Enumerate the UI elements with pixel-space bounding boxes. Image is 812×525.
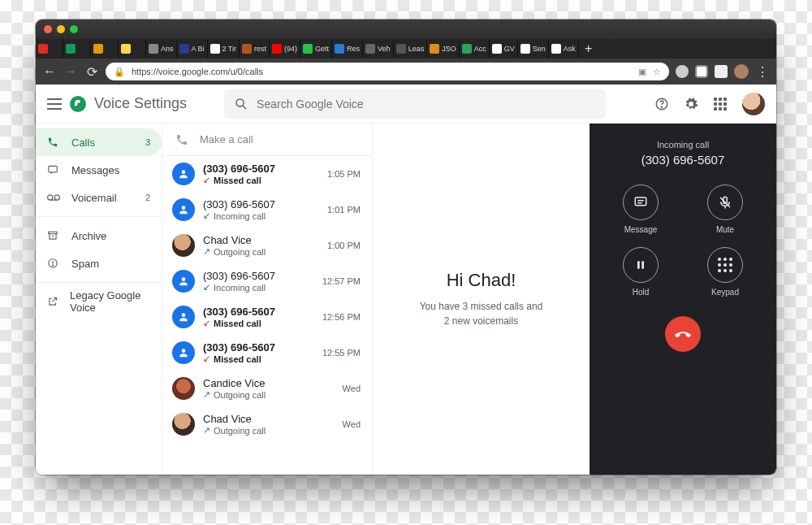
menu-icon[interactable] (47, 98, 62, 110)
hold-icon (623, 247, 659, 283)
browser-tab[interactable] (63, 39, 91, 59)
browser-tab[interactable]: (94) (270, 39, 300, 59)
call-row[interactable]: (303) 696-5607↙Missed call1:05 PM (162, 156, 372, 192)
call-main: Chad Vice↗Outgoing call (203, 413, 335, 436)
favicon-icon (272, 44, 282, 54)
browser-tab[interactable]: GV (490, 39, 518, 59)
browser-tab[interactable]: Acc (460, 39, 490, 59)
message-icon (623, 184, 659, 220)
sidebar-item-archive[interactable]: Archive (36, 222, 162, 249)
browser-tab[interactable]: Veh (363, 39, 394, 59)
browser-tab[interactable] (119, 39, 146, 59)
ext-icon-1[interactable] (676, 65, 689, 78)
call-main: Chad Vice↗Outgoing call (203, 234, 319, 257)
call-subtitle: ↗Outgoing call (203, 389, 335, 400)
call-row[interactable]: Chad Vice↗Outgoing callWed (162, 406, 372, 442)
browser-tab[interactable]: Ask (549, 39, 579, 59)
calls-column: Make a call (303) 696-5607↙Missed call1:… (162, 124, 373, 475)
app-header: Voice Settings (36, 85, 776, 124)
lock-icon: 🔒 (114, 67, 125, 77)
call-subtitle: ↙Incoming call (203, 282, 314, 293)
call-direction-icon: ↗ (203, 389, 210, 400)
sidebar-item-calls[interactable]: Calls3 (36, 128, 162, 156)
window-control[interactable] (57, 25, 65, 33)
reload-icon[interactable]: ⟳ (84, 64, 99, 80)
call-main: (303) 696-5607↙Missed call (203, 306, 314, 328)
sidebar-item-messages[interactable]: Messages (36, 156, 162, 184)
sidebar-item-label: Spam (71, 258, 99, 270)
favicon-icon (520, 44, 530, 54)
call-direction-icon: ↙ (203, 210, 210, 221)
star-icon[interactable]: ☆ (653, 67, 661, 77)
call-direction-icon: ↗ (203, 425, 210, 436)
call-row[interactable]: (303) 696-5607↙Incoming call1:01 PM (162, 192, 372, 228)
new-tab-button[interactable]: + (579, 39, 598, 59)
sidebar-item-count: 3 (145, 137, 150, 147)
favicon-icon (492, 44, 502, 54)
call-main: (303) 696-5607↙Missed call (203, 341, 314, 364)
dialer-keypad-button[interactable]: Keypad (693, 247, 758, 297)
window-control[interactable] (70, 25, 78, 33)
browser-tab[interactable]: Ans (146, 39, 177, 59)
browser-tab[interactable]: JSO (427, 39, 460, 59)
sidebar-item-label: Voicemail (71, 192, 117, 204)
tab-label: GV (504, 45, 515, 53)
browser-tab[interactable]: A Bi (177, 39, 208, 59)
sidebar-item-legacy-google-voice[interactable]: Legacy Google Voice (36, 288, 162, 315)
search-box[interactable] (224, 89, 606, 119)
browser-tab[interactable]: Res (332, 39, 363, 59)
sidebar-item-voicemail[interactable]: Voicemail2 (36, 184, 162, 211)
archive-icon (47, 230, 60, 241)
browser-tab[interactable] (91, 39, 119, 59)
favicon-icon (121, 44, 131, 54)
incoming-call-panel: Incoming call (303) 696-5607 MessageMute… (590, 124, 776, 475)
call-title: (303) 696-5607 (203, 306, 314, 318)
gear-icon[interactable] (684, 97, 698, 111)
back-icon[interactable]: ← (42, 64, 57, 79)
call-title: (303) 696-5607 (203, 270, 314, 282)
call-subtitle: ↗Outgoing call (203, 425, 335, 436)
apps-icon[interactable] (713, 97, 728, 111)
help-icon[interactable] (654, 97, 669, 111)
call-avatar (172, 163, 195, 185)
call-time: 1:05 PM (327, 169, 361, 179)
call-row[interactable]: (303) 696-5607↙Missed call12:56 PM (162, 299, 372, 335)
sidebar-item-spam[interactable]: Spam (36, 249, 162, 277)
call-time: 1:00 PM (327, 241, 361, 250)
call-time: 12:57 PM (322, 276, 361, 286)
call-main: Candice Vice↗Outgoing call (203, 377, 335, 400)
call-title: (303) 696-5607 (203, 163, 319, 175)
call-avatar (172, 270, 195, 293)
browser-tab[interactable]: Sen (518, 39, 549, 59)
browser-tab[interactable]: 2 Tir (208, 39, 240, 59)
browser-menu-icon[interactable]: ⋮ (755, 64, 770, 80)
call-row[interactable]: (303) 696-5607↙Incoming call12:57 PM (162, 263, 372, 299)
browser-tab[interactable]: Leas (394, 39, 428, 59)
spam-icon (47, 258, 60, 269)
dialer-mute-button[interactable]: Mute (693, 184, 758, 234)
account-avatar[interactable] (742, 93, 765, 115)
ext-icon-2[interactable] (695, 65, 708, 78)
svg-point-3 (661, 106, 662, 107)
make-call-row[interactable]: Make a call (162, 124, 372, 156)
camera-icon[interactable]: ▣ (638, 67, 646, 77)
omnibox[interactable]: 🔒 https://voice.google.com/u/0/calls ▣ ☆ (106, 63, 669, 80)
browser-tab[interactable]: Gett (300, 39, 332, 59)
window-control[interactable] (44, 25, 52, 33)
greeting-panel: Hi Chad! You have 3 missed calls and 2 n… (373, 124, 590, 475)
favicon-icon (93, 44, 103, 54)
call-subtitle: ↗Outgoing call (203, 246, 319, 257)
dialer-message-button[interactable]: Message (608, 184, 673, 234)
call-row[interactable]: (303) 696-5607↙Missed call12:55 PM (162, 335, 372, 371)
call-row[interactable]: Candice Vice↗Outgoing callWed (162, 371, 372, 406)
ext-icon-3[interactable] (715, 65, 728, 78)
sidebar-item-label: Archive (71, 230, 106, 242)
svg-point-0 (236, 99, 244, 106)
browser-avatar[interactable] (734, 64, 749, 79)
browser-tab[interactable]: rest (240, 39, 270, 59)
call-row[interactable]: Chad Vice↗Outgoing call1:00 PM (162, 228, 372, 263)
dialer-hold-button[interactable]: Hold (608, 247, 673, 297)
hangup-button[interactable] (665, 316, 701, 352)
browser-tab[interactable] (36, 39, 63, 59)
search-input[interactable] (257, 98, 596, 111)
